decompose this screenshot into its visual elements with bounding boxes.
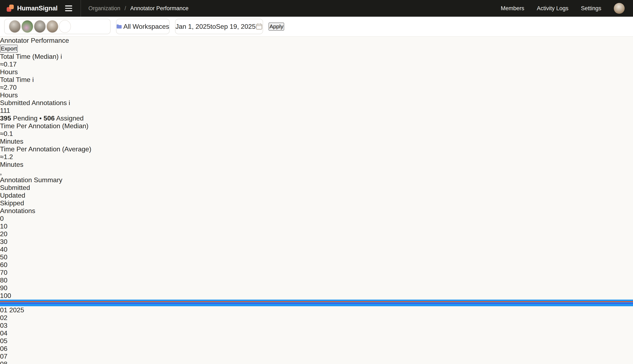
- humansignal-logo[interactable]: HumanSignal: [7, 4, 58, 12]
- pending-label: Pending: [13, 114, 37, 122]
- annotation-summary-card: Annotation Summary SubmittedUpdatedSkipp…: [0, 176, 633, 207]
- humansignal-logo-icon: [7, 4, 14, 12]
- annotator-avatar: [21, 20, 33, 33]
- nav-settings[interactable]: Settings: [581, 5, 601, 12]
- breadcrumb-organization[interactable]: Organization: [89, 5, 120, 12]
- menu-icon[interactable]: [64, 4, 74, 13]
- topnav-links: Members Activity Logs Settings: [501, 3, 633, 14]
- stat-value: ≈2.70: [0, 84, 633, 91]
- nav-activity-logs[interactable]: Activity Logs: [537, 5, 568, 12]
- stat-label: Time Per Annotation (Average): [0, 145, 91, 153]
- unit-badge: Minutes: [0, 161, 23, 168]
- stat-label: Total Time (Median): [0, 53, 59, 60]
- export-button[interactable]: Export: [0, 44, 18, 53]
- date-to: Sep 19, 2025: [216, 23, 256, 30]
- main-content: Annotator Performance Export Total Time …: [0, 37, 633, 364]
- next-cards-button[interactable]: [0, 174, 2, 175]
- annotator-select[interactable]: [4, 19, 111, 34]
- pending-count: 395: [0, 114, 11, 122]
- bar-slot: [0, 302, 633, 304]
- brand-name: HumanSignal: [17, 4, 58, 12]
- filter-toolbar: All Workspaces Jan 1, 2025 to Sep 19, 20…: [0, 17, 633, 37]
- top-nav: HumanSignal Organization / Annotator Per…: [0, 0, 633, 17]
- stats-row: Total Time (Median) i ≈0.17 Hours Total …: [0, 53, 633, 176]
- stat-value: ≈1.2: [0, 153, 633, 161]
- export-label: Export: [1, 46, 17, 52]
- bar-chart-plot: 0102030405060708090100: [0, 215, 633, 306]
- stat-label: Time Per Annotation (Median): [0, 122, 89, 130]
- info-icon[interactable]: i: [61, 53, 62, 60]
- stat-value: ≈0.1: [0, 130, 633, 138]
- date-range-picker[interactable]: Jan 1, 2025 to Sep 19, 2025: [175, 19, 263, 34]
- stat-value: ≈0.17: [0, 60, 633, 68]
- annotations-chart-card: Annotations 0102030405060708090100 01 20…: [0, 207, 633, 364]
- x-axis-labels: 01 20250203040506070809: [0, 306, 633, 364]
- workspace-pill[interactable]: All Workspaces: [116, 23, 169, 30]
- unit-badge: Minutes: [0, 138, 23, 145]
- bar-slot: [0, 300, 633, 302]
- workspace-pill-label: All Workspaces: [123, 23, 169, 30]
- user-avatar[interactable]: [614, 3, 625, 14]
- nav-members[interactable]: Members: [501, 5, 524, 12]
- stat-label: Submitted Annotations: [0, 99, 67, 106]
- legend-label: Submitted: [0, 184, 30, 192]
- assigned-count: 506: [44, 114, 55, 122]
- legend-item[interactable]: Submitted: [0, 184, 633, 192]
- apply-button[interactable]: Apply: [268, 22, 284, 31]
- stat-card-total-time: Total Time i ≈2.70 Hours: [0, 76, 633, 99]
- annotator-performance-page: { "topnav": { "brand": "HumanSignal", "b…: [0, 0, 633, 364]
- breadcrumb-current: Annotator Performance: [130, 5, 188, 12]
- workspace-select[interactable]: All Workspaces: [116, 19, 170, 34]
- date-to-label: to: [210, 23, 216, 30]
- chart-title: Annotation Summary: [0, 176, 633, 184]
- chart-legend: SubmittedUpdatedSkipped: [0, 184, 633, 207]
- stat-value: 111: [0, 107, 633, 114]
- legend-item[interactable]: Skipped: [0, 199, 633, 207]
- legend-label: Updated: [0, 192, 25, 199]
- breadcrumb: Organization / Annotator Performance: [89, 5, 189, 12]
- annotator-avatar: [59, 20, 71, 33]
- annotator-avatar: [46, 20, 58, 33]
- unit-badge: Hours: [0, 91, 18, 99]
- stat-card-submitted-annotations: Submitted Annotations i 111 395 Pending …: [0, 99, 633, 122]
- legend-label: Skipped: [0, 199, 24, 207]
- stat-label: Total Time: [0, 76, 31, 84]
- calendar-icon: [256, 23, 263, 30]
- assigned-label: Assigned: [56, 114, 84, 122]
- date-from: Jan 1, 2025: [175, 23, 210, 30]
- stat-card-total-time-median: Total Time (Median) i ≈0.17 Hours: [0, 53, 633, 76]
- legend-item[interactable]: Updated: [0, 192, 633, 199]
- dot-separator: •: [40, 114, 42, 122]
- info-icon[interactable]: i: [32, 76, 34, 84]
- annotator-avatar: [9, 20, 21, 33]
- stat-footnote: 395 Pending • 506 Assigned: [0, 114, 633, 122]
- stat-card-time-per-annotation-average: Time Per Annotation (Average) ≈1.2 Minut…: [0, 145, 633, 168]
- info-icon[interactable]: i: [69, 99, 70, 106]
- page-title: Annotator Performance: [0, 37, 633, 44]
- unit-badge: Hours: [0, 68, 18, 76]
- stat-card-time-per-annotation-median: Time Per Annotation (Median) ≈0.1 Minute…: [0, 122, 633, 145]
- chart-title: Annotations: [0, 207, 633, 215]
- breadcrumb-separator: /: [125, 5, 126, 12]
- annotator-avatar: [34, 20, 46, 33]
- folder-icon: [116, 24, 122, 29]
- brand-block: HumanSignal: [0, 0, 81, 17]
